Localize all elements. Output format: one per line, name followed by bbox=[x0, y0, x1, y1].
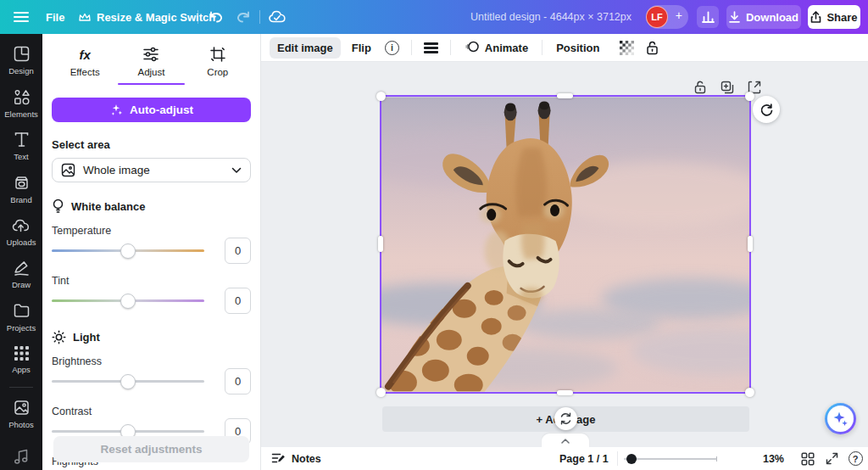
select-area-label: Select area bbox=[52, 138, 251, 151]
grid-view-icon bbox=[801, 452, 815, 466]
spacing-button[interactable] bbox=[418, 39, 444, 57]
fullscreen-icon bbox=[826, 452, 838, 465]
resize-magic-switch-button[interactable]: Resize & Magic Switch bbox=[79, 0, 215, 34]
animate-icon bbox=[465, 41, 480, 54]
flip-button[interactable]: Flip bbox=[344, 37, 379, 59]
topbar-divider bbox=[198, 10, 198, 24]
redo-button[interactable] bbox=[232, 7, 254, 27]
tab-effects[interactable]: fx Effects bbox=[52, 41, 118, 85]
brightness-slider-handle[interactable] bbox=[120, 374, 136, 389]
white-balance-header: White balance bbox=[52, 199, 251, 214]
resize-handle-bottom-right[interactable] bbox=[745, 388, 754, 397]
transparency-button[interactable] bbox=[614, 37, 640, 59]
select-area-dropdown[interactable]: Whole image bbox=[52, 158, 251, 182]
adjust-panel: fx Effects Adjust Crop Auto-adjust Selec… bbox=[42, 34, 261, 470]
design-icon bbox=[13, 45, 31, 63]
resize-handle-top-left[interactable] bbox=[376, 92, 386, 101]
rotate-refresh-icon bbox=[760, 103, 774, 117]
sidebar-item-audio[interactable] bbox=[0, 442, 42, 470]
edit-image-button[interactable]: Edit image bbox=[270, 37, 341, 59]
light-sun-icon bbox=[52, 330, 66, 344]
temperature-slider-handle[interactable] bbox=[120, 243, 136, 259]
zoom-slider[interactable] bbox=[624, 447, 717, 470]
resize-handle-top-right[interactable] bbox=[745, 92, 754, 101]
download-button[interactable]: Download bbox=[726, 5, 801, 29]
grid-view-button[interactable] bbox=[798, 447, 817, 470]
resize-handle-bottom-left[interactable] bbox=[376, 388, 386, 397]
page-indicator[interactable]: Page 1 / 1 bbox=[559, 447, 609, 470]
sidebar-item-brand[interactable]: Brand bbox=[0, 167, 42, 210]
animate-button[interactable]: Animate bbox=[457, 36, 536, 59]
share-button[interactable]: Share bbox=[808, 5, 860, 29]
sidebar-item-design[interactable]: Design bbox=[0, 39, 42, 81]
duplicate-button[interactable] bbox=[718, 78, 737, 97]
canva-assistant-button[interactable] bbox=[825, 403, 856, 434]
collaborators-group[interactable]: LF + bbox=[646, 5, 688, 29]
temperature-label: Temperature bbox=[52, 225, 251, 237]
apps-icon bbox=[14, 345, 30, 361]
transparency-icon bbox=[620, 41, 634, 55]
tint-slider[interactable] bbox=[52, 294, 204, 309]
position-button[interactable]: Position bbox=[548, 37, 607, 59]
rotate-handle[interactable] bbox=[554, 407, 577, 430]
sidebar-item-apps[interactable]: Apps bbox=[0, 339, 42, 381]
help-icon: ? bbox=[849, 451, 863, 466]
cloud-save-status-button[interactable] bbox=[266, 7, 288, 27]
object-panel-sidebar: Design Elements Text Brand Uploads Draw … bbox=[0, 34, 42, 470]
tab-crop[interactable]: Crop bbox=[185, 41, 251, 85]
sidebar-item-photos[interactable]: Photos bbox=[0, 393, 42, 435]
tint-value[interactable]: 0 bbox=[225, 288, 251, 314]
sidebar-item-draw[interactable]: Draw bbox=[0, 253, 42, 295]
resize-handle-top[interactable] bbox=[557, 93, 573, 98]
tint-slider-handle[interactable] bbox=[120, 294, 136, 309]
fullscreen-button[interactable] bbox=[822, 447, 841, 470]
insights-button[interactable] bbox=[697, 6, 719, 28]
white-balance-bulb-icon bbox=[52, 199, 64, 214]
brightness-value[interactable]: 0 bbox=[225, 368, 251, 394]
collapse-panel-tab[interactable] bbox=[542, 434, 589, 448]
brightness-label: Brightness bbox=[52, 355, 251, 367]
canva-editor: File Resize & Magic Switch Untitled desi… bbox=[0, 0, 868, 470]
temperature-slider[interactable] bbox=[52, 243, 204, 259]
info-button[interactable]: i bbox=[379, 37, 405, 59]
resize-handle-right[interactable] bbox=[748, 236, 753, 252]
regenerate-button[interactable] bbox=[753, 96, 780, 123]
main-menu-button[interactable] bbox=[10, 7, 32, 27]
brand-icon bbox=[13, 174, 31, 192]
toolbar-divider bbox=[411, 40, 412, 55]
selected-image-giraffe[interactable] bbox=[381, 97, 749, 392]
chevron-down-icon bbox=[231, 167, 242, 174]
unlock-button[interactable] bbox=[691, 78, 709, 97]
reset-adjustments-button[interactable]: Reset adjustments bbox=[53, 436, 249, 462]
document-title[interactable]: Untitled design - 4644px × 3712px bbox=[468, 0, 634, 34]
light-header: Light bbox=[52, 330, 251, 344]
giraffe-photo bbox=[381, 97, 749, 392]
resize-handle-bottom[interactable] bbox=[557, 390, 573, 395]
temperature-value[interactable]: 0 bbox=[225, 238, 251, 264]
help-button[interactable]: ? bbox=[846, 447, 865, 470]
resize-handle-left[interactable] bbox=[378, 236, 383, 252]
sidebar-item-projects[interactable]: Projects bbox=[0, 296, 42, 339]
bar-chart-icon bbox=[702, 11, 715, 23]
sidebar-item-uploads[interactable]: Uploads bbox=[0, 210, 42, 253]
avatar[interactable]: LF bbox=[646, 6, 668, 28]
sidebar-item-elements[interactable]: Elements bbox=[0, 81, 42, 124]
undo-button[interactable] bbox=[205, 7, 227, 27]
canvas-area: Edit image Flip i Animate Position bbox=[261, 34, 868, 470]
hamburger-icon bbox=[14, 11, 29, 23]
notes-button[interactable]: Notes bbox=[271, 447, 321, 470]
tab-adjust[interactable]: Adjust bbox=[118, 41, 184, 85]
file-menu-button[interactable]: File bbox=[46, 0, 64, 34]
chevron-up-icon bbox=[561, 439, 570, 444]
share-icon bbox=[810, 11, 821, 23]
sidebar-item-text[interactable]: Text bbox=[0, 125, 42, 167]
toolbar-divider bbox=[450, 40, 451, 55]
tint-row: 0 bbox=[52, 288, 251, 314]
brightness-slider[interactable] bbox=[52, 374, 204, 389]
auto-adjust-button[interactable]: Auto-adjust bbox=[52, 98, 251, 122]
zoom-level[interactable]: 13% bbox=[755, 447, 784, 470]
status-bar: Notes Page 1 / 1 13% ? bbox=[261, 447, 868, 470]
add-member-button[interactable]: + bbox=[676, 8, 682, 22]
lock-button[interactable] bbox=[640, 37, 665, 59]
zoom-slider-knob[interactable] bbox=[626, 454, 637, 464]
